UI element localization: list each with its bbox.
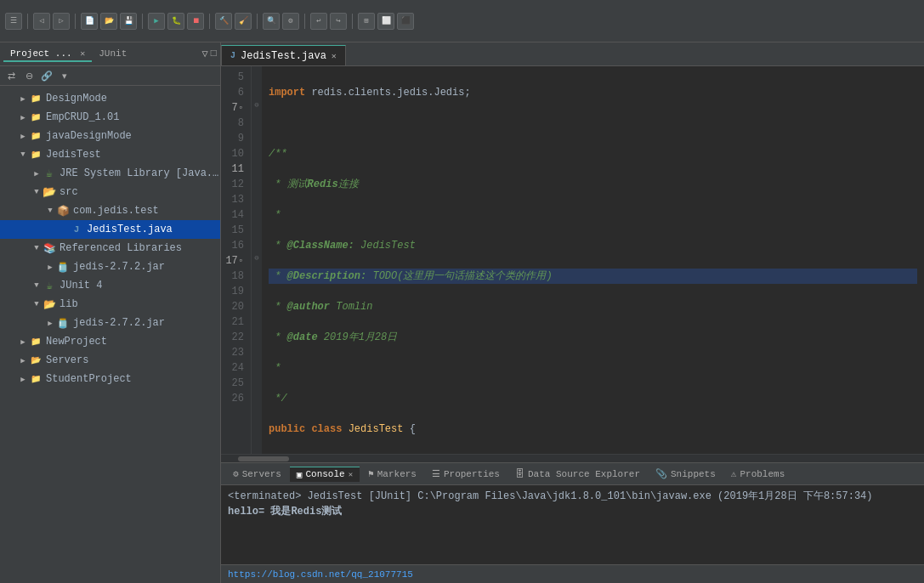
panel-sync-btn[interactable]: ⇄ bbox=[3, 68, 19, 83]
status-bar-url[interactable]: https://blog.csdn.net/qq_21077715 bbox=[228, 569, 413, 580]
ln-24: 24 bbox=[221, 360, 251, 376]
code-line-16: public class JedisTest { bbox=[269, 422, 917, 437]
tree-item-javadesign[interactable]: ▶ 📁 javaDesignMode bbox=[0, 127, 220, 145]
toolbar-sep-6 bbox=[304, 14, 305, 29]
editor-tab-close[interactable]: ✕ bbox=[332, 51, 337, 61]
tree-item-jedis-jar-1[interactable]: ▶ 🫙 jedis-2.7.2.jar bbox=[0, 258, 220, 276]
toolbar-btn-minimize[interactable]: ⬛ bbox=[397, 13, 414, 30]
bottom-tab-console-close[interactable]: ✕ bbox=[349, 470, 353, 479]
label-studentproject: StudentProject bbox=[46, 373, 220, 385]
tree-item-package[interactable]: ▼ 📦 com.jedis.test bbox=[0, 201, 220, 220]
arrow-jedistest: ▼ bbox=[17, 150, 29, 159]
toolbar-btn-refactor[interactable]: ⚙ bbox=[282, 13, 299, 30]
toolbar-icons: ☰ ◁ ▷ 📄 📂 💾 ▶ 🐛 ⏹ 🔨 🧹 🔍 ⚙ ↩ ↪ ⊞ ⬜ ⬛ bbox=[5, 13, 414, 30]
toolbar-btn-perspective[interactable]: ⊞ bbox=[358, 13, 375, 30]
code-line-13: * @date 2019年1月28日 bbox=[269, 330, 917, 345]
tab-junit[interactable]: JUnit bbox=[92, 47, 133, 62]
tree-item-servers[interactable]: ▶ 📂 Servers bbox=[0, 351, 220, 370]
icon-junit4: ☕ bbox=[43, 279, 56, 292]
panel-maximize-btn[interactable]: □ bbox=[211, 48, 217, 60]
code-editor[interactable]: 5 6 7◦ 8 9 10 11 12 13 14 15 16 17◦ 18 1… bbox=[221, 66, 924, 454]
toolbar-btn-save[interactable]: 💾 bbox=[120, 13, 137, 30]
toolbar-btn-debug[interactable]: 🐛 bbox=[167, 13, 184, 30]
bottom-tab-properties-label: Properties bbox=[444, 469, 500, 479]
bottom-tab-properties[interactable]: ☰ Properties bbox=[425, 467, 507, 481]
snippets-icon: 📎 bbox=[655, 468, 667, 479]
panel-menu-btn[interactable]: ▾ bbox=[57, 68, 72, 83]
tree-item-lib[interactable]: ▼ 📂 lib bbox=[0, 295, 220, 314]
code-hscroll[interactable] bbox=[221, 454, 924, 462]
toolbar-btn-new[interactable]: 📄 bbox=[81, 13, 98, 30]
toolbar-btn-run[interactable]: ▶ bbox=[148, 13, 165, 30]
toolbar-btn-clean[interactable]: 🧹 bbox=[235, 13, 252, 30]
toolbar-btn-next-edit[interactable]: ↪ bbox=[330, 13, 347, 30]
tree-item-jedis-jar-2[interactable]: ▶ 🫙 jedis-2.7.2.jar bbox=[0, 314, 220, 332]
tree-item-junit4[interactable]: ▼ ☕ JUnit 4 bbox=[0, 276, 220, 295]
icon-package: 📦 bbox=[56, 204, 70, 218]
toolbar-btn-menu[interactable]: ☰ bbox=[5, 13, 22, 30]
bottom-panel: ⚙ Servers ▣ Console ✕ ⚑ Markers ☰ Proper… bbox=[221, 462, 924, 564]
fold-6 bbox=[252, 82, 262, 97]
label-src: src bbox=[60, 186, 220, 198]
arrow-jar1: ▶ bbox=[44, 263, 56, 272]
bottom-tab-servers[interactable]: ⚙ Servers bbox=[226, 467, 288, 481]
ln-15: 15 bbox=[221, 223, 251, 238]
ln-23: 23 bbox=[221, 345, 251, 360]
tab-project[interactable]: Project ... ✕ bbox=[3, 47, 92, 62]
label-javadesign: javaDesignMode bbox=[46, 130, 220, 142]
code-line-6 bbox=[269, 116, 917, 131]
fold-9 bbox=[252, 127, 262, 143]
panel-minimize-btn[interactable]: ▽ bbox=[202, 48, 208, 60]
panel-tab-controls: ▽ □ bbox=[202, 48, 217, 60]
tree-item-designmode[interactable]: ▶ 📁 DesignMode bbox=[0, 89, 220, 108]
hscroll-thumb[interactable] bbox=[238, 456, 289, 461]
main-area: Project ... ✕ JUnit ▽ □ ⇄ ⊖ 🔗 ▾ ▶ 📁 Des bbox=[0, 42, 924, 583]
editor-tab-jedistest[interactable]: J JedisTest.java ✕ bbox=[221, 45, 346, 65]
toolbar-btn-fwd[interactable]: ▷ bbox=[53, 13, 70, 30]
arrow-newproject: ▶ bbox=[17, 337, 29, 347]
ln-5: 5 bbox=[221, 70, 251, 85]
tree-item-ref-libs[interactable]: ▼ 📚 Referenced Libraries bbox=[0, 239, 220, 258]
tab-project-close[interactable]: ✕ bbox=[80, 49, 85, 59]
code-content[interactable]: import redis.clients.jedis.Jedis; /** * … bbox=[262, 66, 924, 454]
tree-item-empcrud[interactable]: ▶ 📁 EmpCRUD_1.01 bbox=[0, 108, 220, 127]
console-content[interactable]: <terminated> JedisTest [JUnit] C:\Progra… bbox=[221, 485, 924, 564]
toolbar-btn-search[interactable]: 🔍 bbox=[263, 13, 280, 30]
tree-item-newproject[interactable]: ▶ 📁 NewProject bbox=[0, 332, 220, 351]
tree-item-jedistest-root[interactable]: ▼ 📁 JedisTest bbox=[0, 145, 220, 164]
fold-7: ⊖ bbox=[252, 97, 262, 112]
ln-17: 17◦ bbox=[221, 253, 251, 269]
editor-tabs: J JedisTest.java ✕ bbox=[221, 42, 924, 66]
toolbar-btn-prev-edit[interactable]: ↩ bbox=[310, 13, 327, 30]
code-line-8: * 测试Redis连接 bbox=[269, 177, 917, 192]
fold-13 bbox=[252, 189, 262, 204]
toolbar-btn-build[interactable]: 🔨 bbox=[215, 13, 232, 30]
toolbar-btn-stop[interactable]: ⏹ bbox=[187, 13, 204, 30]
bottom-tab-snippets[interactable]: 📎 Snippets bbox=[649, 467, 723, 481]
label-jedistest-java: JedisTest.java bbox=[87, 224, 220, 235]
toolbar-btn-open[interactable]: 📂 bbox=[100, 13, 117, 30]
icon-designmode: 📁 bbox=[29, 92, 43, 105]
toolbar-sep-3 bbox=[142, 14, 143, 29]
bottom-tab-markers[interactable]: ⚑ Markers bbox=[361, 467, 423, 481]
tree-item-studentproject[interactable]: ▶ 📁 StudentProject bbox=[0, 370, 220, 388]
project-tree[interactable]: ▶ 📁 DesignMode ▶ 📁 EmpCRUD_1.01 ▶ 📁 java… bbox=[0, 86, 220, 583]
tree-item-jedistest-java[interactable]: ▶ J JedisTest.java bbox=[0, 220, 220, 239]
panel-link-btn[interactable]: 🔗 bbox=[39, 68, 54, 83]
toolbar-btn-back[interactable]: ◁ bbox=[33, 13, 50, 30]
tree-item-jre[interactable]: ▶ ☕ JRE System Library [Java... bbox=[0, 164, 220, 183]
bottom-tab-console[interactable]: ▣ Console ✕ bbox=[290, 467, 360, 482]
arrow-junit4: ▼ bbox=[31, 281, 43, 290]
code-line-7: /** bbox=[269, 146, 917, 161]
line-numbers: 5 6 7◦ 8 9 10 11 12 13 14 15 16 17◦ 18 1… bbox=[221, 66, 252, 454]
bottom-tab-problems[interactable]: ⚠ Problems bbox=[724, 467, 791, 481]
panel-collapse-btn[interactable]: ⊖ bbox=[21, 68, 37, 83]
fold-15 bbox=[252, 219, 262, 235]
label-jre: JRE System Library [Java... bbox=[60, 167, 220, 179]
arrow-package: ▼ bbox=[44, 207, 56, 215]
bottom-tab-datasource-label: Data Source Explorer bbox=[528, 469, 640, 479]
tab-project-label: Project ... bbox=[10, 48, 72, 59]
tree-item-src[interactable]: ▼ 📂 src bbox=[0, 183, 220, 201]
toolbar-btn-maximize[interactable]: ⬜ bbox=[377, 13, 394, 30]
bottom-tab-datasource[interactable]: 🗄 Data Source Explorer bbox=[508, 467, 647, 481]
